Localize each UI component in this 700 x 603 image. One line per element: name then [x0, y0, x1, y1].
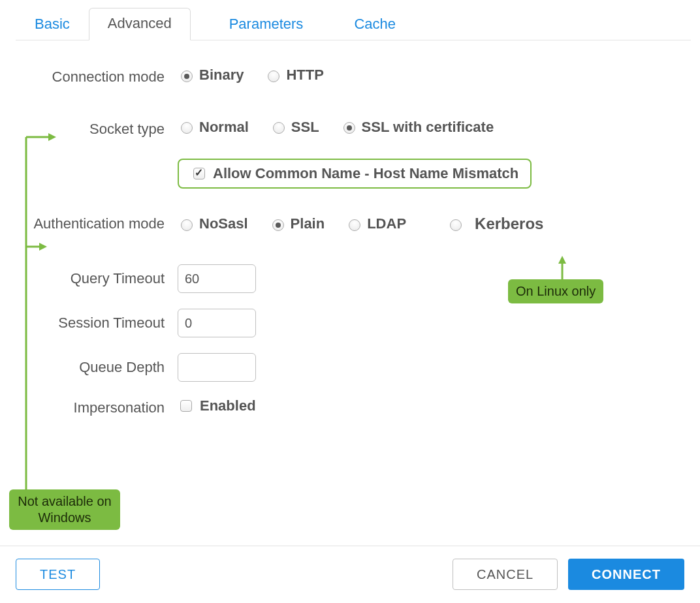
- checkbox-allow-common-name[interactable]: [193, 168, 205, 179]
- input-queue-depth[interactable]: [178, 353, 256, 382]
- tab-basic[interactable]: Basic: [16, 8, 89, 40]
- cancel-button[interactable]: CANCEL: [453, 559, 558, 590]
- option-socket-ssl-cert[interactable]: SSL with certificate: [340, 119, 494, 136]
- radio-auth-kerberos[interactable]: [450, 219, 462, 231]
- option-impersonation-enabled[interactable]: Enabled: [178, 397, 256, 414]
- annotation-windows-arrow: [13, 131, 59, 496]
- radio-socket-ssl[interactable]: [273, 122, 285, 134]
- radio-connection-http[interactable]: [268, 70, 279, 82]
- input-session-timeout[interactable]: [178, 309, 256, 337]
- option-label: Normal: [199, 119, 249, 136]
- tab-cache[interactable]: Cache: [335, 8, 415, 40]
- footer: TEST CANCEL CONNECT: [16, 559, 684, 590]
- option-connection-http[interactable]: HTTP: [264, 67, 323, 84]
- tab-bar: Basic Advanced Parameters Cache: [16, 9, 691, 40]
- connect-button[interactable]: CONNECT: [568, 559, 684, 590]
- svg-marker-2: [48, 133, 56, 141]
- label-connection-mode: Connection mode: [16, 67, 178, 86]
- option-label: HTTP: [286, 67, 323, 84]
- annotation-not-available-windows: Not available on Windows: [9, 489, 120, 530]
- tab-parameters[interactable]: Parameters: [210, 8, 323, 40]
- annotation-linux-only: On Linux only: [508, 279, 603, 303]
- annotation-linux-arrow: [552, 256, 572, 282]
- checkbox-impersonation-enabled[interactable]: [180, 400, 192, 412]
- radio-connection-binary[interactable]: [181, 70, 193, 82]
- option-label: NoSasl: [199, 215, 248, 232]
- radio-auth-ldap[interactable]: [349, 219, 360, 231]
- option-auth-plain[interactable]: Plain: [269, 215, 325, 232]
- radio-auth-plain[interactable]: [272, 219, 284, 231]
- option-auth-nosasl[interactable]: NoSasl: [178, 215, 248, 232]
- radio-socket-ssl-cert[interactable]: [343, 122, 355, 134]
- svg-marker-4: [39, 243, 47, 251]
- option-label: Kerberos: [475, 215, 543, 233]
- option-label: Plain: [291, 215, 325, 232]
- advanced-form: Connection mode Binary HTTP Socket type …: [16, 52, 684, 417]
- option-socket-normal[interactable]: Normal: [178, 119, 249, 136]
- option-socket-ssl[interactable]: SSL: [270, 119, 319, 136]
- radio-auth-nosasl[interactable]: [181, 219, 193, 231]
- test-button[interactable]: TEST: [16, 559, 100, 590]
- svg-marker-6: [558, 256, 566, 264]
- option-label: SSL: [291, 119, 319, 136]
- option-label: Enabled: [200, 397, 256, 414]
- option-auth-kerberos[interactable]: Kerberos: [447, 215, 543, 233]
- input-query-timeout[interactable]: [178, 264, 256, 293]
- allow-common-name-label: Allow Common Name - Host Name Mismatch: [213, 165, 518, 182]
- option-label: SSL with certificate: [362, 119, 494, 136]
- option-connection-binary[interactable]: Binary: [178, 67, 244, 84]
- tab-advanced[interactable]: Advanced: [89, 8, 191, 40]
- option-auth-ldap[interactable]: LDAP: [345, 215, 406, 232]
- option-label: LDAP: [367, 215, 406, 232]
- option-label: Binary: [199, 67, 244, 84]
- allow-common-name-box: Allow Common Name - Host Name Mismatch: [178, 159, 532, 189]
- radio-socket-normal[interactable]: [181, 122, 193, 134]
- footer-separator: [0, 546, 700, 546]
